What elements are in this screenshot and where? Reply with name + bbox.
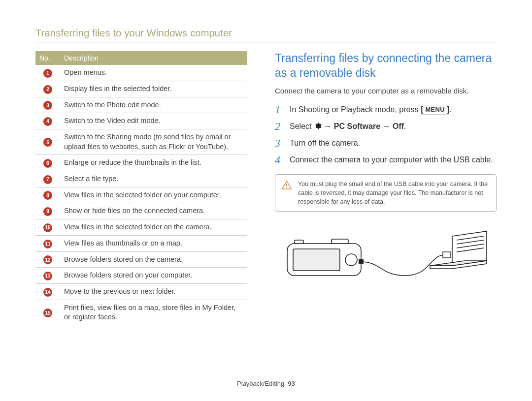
svg-rect-8 (443, 252, 451, 258)
table-row: 13Browse folders stored on your computer… (35, 268, 247, 284)
page-title: Transferring files to your Windows compu… (35, 28, 497, 39)
row-description: Switch to the Sharing mode (to send file… (60, 129, 247, 155)
row-description: Browse folders stored on the camera. (60, 251, 247, 268)
step-text: Select (290, 122, 314, 130)
warning-box: You must plug the small end of the USB c… (275, 174, 497, 212)
number-badge-icon: 2 (43, 85, 52, 94)
table-row: 11View files as thumbnails or on a map. (35, 235, 247, 251)
number-badge-icon: 12 (43, 255, 52, 264)
table-row: 4Switch to the Video edit mode. (35, 113, 247, 129)
row-number-cell: 2 (35, 81, 60, 97)
table-row: 7Select a file type. (35, 171, 247, 187)
row-number-cell: 6 (35, 155, 60, 171)
table-row: 10View files in the selected folder on t… (35, 219, 247, 236)
row-description: Display files in the selected folder. (60, 81, 247, 97)
number-badge-icon: 5 (43, 138, 52, 147)
number-badge-icon: 14 (43, 288, 52, 297)
number-badge-icon: 9 (43, 207, 52, 216)
step-text: Connect the camera to your computer with… (290, 154, 493, 165)
step-3: 3 Turn off the camera. (275, 137, 497, 149)
number-badge-icon: 13 (43, 272, 52, 280)
svg-rect-3 (293, 249, 340, 271)
number-badge-icon: 15 (43, 308, 52, 317)
row-description: Switch to the Photo edit mode. (60, 97, 247, 113)
svg-rect-7 (359, 259, 364, 264)
step-text: In Shooting or Playback mode, press [ (290, 105, 423, 114)
table-row: 14Move to the previous or next folder. (35, 284, 247, 300)
row-description: View files in the selected folder on you… (60, 187, 247, 203)
connection-illustration (275, 226, 497, 285)
step-1: 1 In Shooting or Playback mode, press [M… (275, 104, 497, 116)
warning-text: You must plug the small end of the USB c… (298, 180, 490, 206)
row-number-cell: 11 (35, 235, 60, 251)
row-description: View files as thumbnails or on a map. (60, 235, 247, 251)
description-table: No. Description 1Open menus.2Display fil… (35, 51, 247, 325)
table-row: 1Open menus. (35, 65, 247, 81)
table-row: 5Switch to the Sharing mode (to send fil… (35, 129, 247, 155)
svg-point-4 (345, 254, 357, 266)
section-subtitle: Connect the camera to your computer as a… (275, 87, 497, 95)
step-text: → (380, 122, 393, 130)
header-rule (35, 42, 497, 42)
table-row: 2Display files in the selected folder. (35, 81, 247, 97)
row-description: Open menus. (60, 65, 247, 81)
row-description: Show or hide files on the connected came… (60, 203, 247, 219)
row-number-cell: 14 (35, 284, 60, 300)
row-number-cell: 12 (35, 251, 60, 268)
steps-list: 1 In Shooting or Playback mode, press [M… (275, 104, 497, 166)
svg-rect-5 (295, 240, 303, 244)
number-badge-icon: 7 (43, 175, 52, 184)
row-number-cell: 9 (35, 203, 60, 219)
number-badge-icon: 10 (43, 223, 52, 232)
row-number-cell: 13 (35, 268, 60, 284)
row-number-cell: 3 (35, 97, 60, 113)
step-text: → (322, 122, 334, 130)
table-row: 6Enlarge or reduce the thumbnails in the… (35, 155, 247, 171)
section-heading: Transferring files by connecting the cam… (275, 51, 497, 81)
table-row: 15Print files, view files on a map, stor… (35, 300, 247, 325)
footer-section: Playback/Editing (237, 380, 284, 387)
step-text: ]. (447, 105, 452, 114)
row-number-cell: 7 (35, 171, 60, 187)
step-4: 4 Connect the camera to your computer wi… (275, 154, 497, 166)
step-bold: PC Software (334, 122, 380, 130)
th-no: No. (35, 51, 60, 65)
svg-point-1 (286, 187, 287, 188)
step-number: 1 (275, 104, 284, 116)
th-desc: Description (60, 51, 247, 65)
row-number-cell: 15 (35, 300, 60, 325)
number-badge-icon: 4 (43, 117, 52, 126)
table-row: 8View files in the selected folder on yo… (35, 187, 247, 203)
row-description: Switch to the Video edit mode. (60, 113, 247, 129)
row-description: Move to the previous or next folder. (60, 284, 247, 300)
row-description: Select a file type. (60, 171, 247, 187)
row-description: Browse folders stored on your computer. (60, 268, 247, 284)
gear-icon (314, 122, 322, 130)
row-description: Enlarge or reduce the thumbnails in the … (60, 155, 247, 171)
number-badge-icon: 1 (43, 69, 52, 78)
page-footer: Playback/Editing 93 (0, 380, 532, 387)
number-badge-icon: 6 (43, 159, 52, 168)
number-badge-icon: 8 (43, 191, 52, 200)
row-description: Print files, view files on a map, store … (60, 300, 247, 325)
table-row: 9Show or hide files on the connected cam… (35, 203, 247, 219)
table-row: 3Switch to the Photo edit mode. (35, 97, 247, 113)
step-bold: Off (393, 122, 404, 130)
row-number-cell: 5 (35, 129, 60, 155)
row-number-cell: 8 (35, 187, 60, 203)
step-number: 4 (275, 154, 284, 166)
row-number-cell: 4 (35, 113, 60, 129)
step-number: 3 (275, 137, 284, 149)
step-number: 2 (275, 121, 284, 132)
menu-button-icon: MENU (423, 105, 447, 115)
row-description: View files in the selected folder on the… (60, 219, 247, 236)
number-badge-icon: 3 (43, 101, 52, 110)
step-text: Turn off the camera. (290, 137, 360, 149)
svg-rect-6 (332, 239, 348, 244)
row-number-cell: 10 (35, 219, 60, 236)
number-badge-icon: 11 (43, 240, 52, 248)
row-number-cell: 1 (35, 65, 60, 81)
step-text: . (404, 122, 406, 130)
warning-icon (281, 180, 292, 192)
table-row: 12Browse folders stored on the camera. (35, 251, 247, 268)
